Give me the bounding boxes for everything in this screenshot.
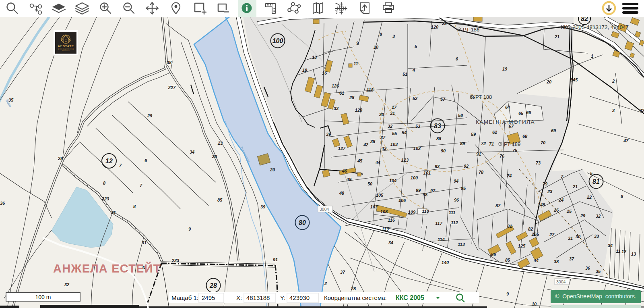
svg-text:7: 7 — [119, 163, 122, 168]
svg-text:45: 45 — [357, 158, 363, 163]
svg-text:125: 125 — [518, 243, 526, 248]
svg-text:29: 29 — [580, 213, 586, 218]
svg-text:83: 83 — [434, 123, 441, 129]
svg-text:ККС 2005-4813172, 424047: ККС 2005-4813172, 424047 — [561, 24, 629, 30]
svg-text:58: 58 — [458, 113, 463, 118]
svg-text:33: 33 — [334, 106, 339, 111]
svg-text:32: 32 — [596, 214, 601, 219]
svg-text:91: 91 — [476, 152, 481, 156]
svg-text:59: 59 — [471, 132, 476, 137]
svg-text:109: 109 — [408, 210, 416, 214]
svg-text:22: 22 — [586, 195, 592, 200]
svg-text:105: 105 — [376, 193, 384, 198]
svg-text:94: 94 — [454, 179, 458, 183]
svg-text:24: 24 — [558, 198, 564, 202]
svg-text:86: 86 — [491, 252, 496, 257]
svg-text:79: 79 — [543, 181, 548, 186]
svg-text:69: 69 — [551, 128, 556, 133]
svg-text:106: 106 — [398, 198, 406, 203]
svg-text:23: 23 — [547, 189, 552, 194]
svg-text:71: 71 — [489, 142, 494, 146]
svg-text:ККС 2005: ККС 2005 — [396, 294, 424, 301]
svg-text:3: 3 — [392, 34, 395, 39]
svg-text:345: 345 — [570, 77, 578, 82]
svg-text:4813188: 4813188 — [246, 294, 270, 301]
svg-text:42: 42 — [363, 142, 368, 147]
svg-text:423930: 423930 — [289, 294, 310, 301]
svg-text:111: 111 — [449, 210, 456, 215]
svg-text:31: 31 — [111, 210, 116, 215]
svg-text:34: 34 — [388, 240, 393, 245]
svg-text:28: 28 — [58, 156, 63, 161]
svg-text:128: 128 — [355, 108, 363, 112]
svg-text:31: 31 — [390, 111, 395, 116]
svg-text:97: 97 — [430, 188, 436, 193]
svg-text:35: 35 — [8, 98, 14, 102]
svg-text:98: 98 — [423, 192, 428, 197]
svg-text:140: 140 — [442, 260, 449, 265]
svg-text:8: 8 — [380, 32, 382, 37]
svg-text:4: 4 — [412, 68, 415, 73]
svg-text:6: 6 — [456, 56, 458, 61]
svg-text:11: 11 — [616, 249, 620, 254]
svg-text:36: 36 — [0, 201, 5, 206]
svg-text:1: 1 — [591, 54, 593, 58]
svg-text:102: 102 — [413, 146, 421, 151]
svg-text:12: 12 — [105, 158, 113, 164]
svg-text:47: 47 — [623, 138, 629, 143]
svg-text:22: 22 — [442, 21, 447, 26]
svg-text:62: 62 — [492, 130, 497, 135]
svg-text:16: 16 — [322, 71, 327, 75]
svg-text:53: 53 — [415, 124, 420, 129]
svg-text:120: 120 — [431, 25, 439, 29]
svg-text:13: 13 — [312, 55, 317, 60]
svg-text:2: 2 — [324, 281, 327, 286]
svg-text:76: 76 — [500, 154, 505, 158]
svg-text:X:: X: — [236, 294, 242, 301]
svg-text:114: 114 — [438, 237, 445, 242]
svg-text:34: 34 — [190, 150, 194, 154]
svg-text:21: 21 — [554, 34, 559, 39]
svg-text:33: 33 — [594, 234, 599, 239]
svg-text:88: 88 — [436, 136, 442, 141]
svg-text:7: 7 — [140, 183, 142, 188]
svg-text:117: 117 — [435, 221, 442, 226]
svg-text:68: 68 — [522, 134, 528, 139]
svg-text:89: 89 — [460, 141, 465, 146]
svg-text:РТ 189: РТ 189 — [504, 141, 520, 147]
svg-text:223: 223 — [171, 258, 179, 263]
svg-text:100: 100 — [411, 175, 418, 180]
svg-text:13: 13 — [631, 252, 636, 256]
svg-text:43: 43 — [381, 146, 386, 151]
svg-text:37: 37 — [380, 135, 386, 140]
svg-text:9: 9 — [356, 41, 359, 46]
svg-text:8: 8 — [103, 181, 106, 185]
svg-text:90: 90 — [441, 148, 446, 153]
svg-text:2: 2 — [612, 79, 615, 83]
svg-text:72: 72 — [481, 141, 486, 146]
svg-text:52: 52 — [413, 96, 417, 101]
svg-text:100: 100 — [272, 37, 283, 44]
svg-text:28: 28 — [212, 154, 217, 159]
svg-text:РТ 188: РТ 188 — [475, 94, 492, 100]
svg-text:104: 104 — [389, 178, 396, 183]
svg-text:РТ 186: РТ 186 — [463, 27, 479, 33]
svg-text:27: 27 — [549, 232, 555, 237]
svg-text:123: 123 — [401, 158, 409, 162]
svg-text:82: 82 — [528, 227, 533, 231]
svg-text:9: 9 — [188, 227, 191, 231]
svg-text:95: 95 — [461, 186, 466, 191]
svg-text:61: 61 — [339, 91, 344, 96]
svg-text:8: 8 — [621, 194, 623, 199]
svg-text:28: 28 — [351, 286, 356, 291]
svg-text:3004: 3004 — [320, 207, 329, 212]
svg-text:113: 113 — [458, 242, 465, 247]
svg-text:127: 127 — [338, 146, 346, 151]
svg-text:39: 39 — [260, 204, 266, 209]
svg-text:49: 49 — [346, 177, 352, 182]
svg-text:5: 5 — [415, 44, 417, 49]
svg-text:6: 6 — [144, 158, 147, 163]
svg-text:39: 39 — [326, 132, 331, 137]
svg-text:36: 36 — [585, 266, 590, 271]
svg-text:12: 12 — [621, 249, 626, 254]
